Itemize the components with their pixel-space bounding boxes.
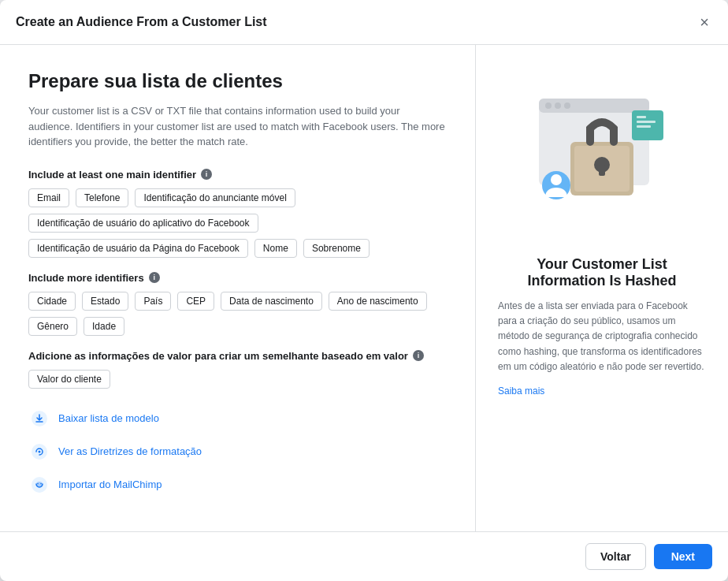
download-link[interactable]: Baixar lista de modelo — [28, 408, 447, 430]
links-section: Baixar lista de modelo Ver as Diretrizes… — [28, 408, 447, 496]
more-identifiers-label: Include more identifiers i — [28, 272, 447, 284]
more-identifiers-tags: Cidade Estado País CEP Data de nasciment… — [28, 292, 447, 336]
svg-point-5 — [37, 482, 39, 484]
tag-id-pagina: Identificação de usuário da Página do Fa… — [28, 239, 248, 258]
svg-rect-19 — [637, 125, 651, 128]
saiba-mais-link[interactable]: Saiba mais — [498, 385, 544, 397]
left-panel: Prepare sua lista de clientes Your custo… — [0, 45, 476, 531]
svg-rect-15 — [599, 165, 605, 176]
hashing-illustration — [515, 83, 689, 225]
tag-cep: CEP — [177, 292, 214, 311]
value-tags: Valor do cliente — [28, 370, 447, 389]
mailchimp-link[interactable]: Importar do MailChimp — [28, 474, 447, 496]
tag-cidade: Cidade — [28, 292, 76, 311]
right-panel: Your Customer List Information Is Hashed… — [476, 45, 728, 531]
right-heading: Your Customer List Information Is Hashed — [498, 256, 706, 289]
svg-point-6 — [40, 482, 42, 484]
tag-id-app: Identificação de usuário do aplicativo d… — [28, 214, 258, 233]
tag-idade: Idade — [84, 317, 124, 336]
svg-rect-18 — [637, 121, 656, 123]
modal-body: Prepare sua lista de clientes Your custo… — [0, 45, 728, 531]
format-icon — [28, 441, 50, 463]
tag-ano-nascimento: Ano de nascimento — [329, 292, 427, 311]
svg-point-21 — [551, 174, 562, 185]
tag-email: Email — [28, 188, 69, 207]
svg-point-9 — [545, 102, 552, 109]
tag-pais: País — [135, 292, 171, 311]
tag-estado: Estado — [82, 292, 128, 311]
download-link-text: Baixar lista de modelo — [58, 412, 159, 424]
download-icon — [28, 408, 50, 430]
tag-telefone: Telefone — [76, 188, 128, 207]
description-text: Your customer list is a CSV or TXT file … — [28, 103, 447, 150]
modal-title: Create an Audience From a Customer List — [16, 15, 267, 29]
main-identifiers-tags: Email Telefone Identificação do anuncian… — [28, 188, 447, 258]
format-link[interactable]: Ver as Diretrizes de formatação — [28, 441, 447, 463]
section-heading: Prepare sua lista de clientes — [28, 70, 447, 92]
tag-sobrenome: Sobrenome — [303, 239, 370, 258]
modal-container: Create an Audience From a Customer List … — [0, 0, 728, 581]
svg-point-11 — [564, 102, 570, 109]
value-info-icon[interactable]: i — [413, 350, 424, 361]
voltar-button[interactable]: Voltar — [585, 543, 646, 570]
svg-rect-17 — [637, 116, 646, 118]
tag-data-nascimento: Data de nascimento — [221, 292, 322, 311]
main-identifiers-label: Include at least one main identifier i — [28, 169, 447, 181]
close-button[interactable]: × — [696, 11, 712, 33]
tag-genero: Gênero — [28, 317, 77, 336]
modal-footer: Voltar Next — [0, 531, 728, 581]
format-link-text: Ver as Diretrizes de formatação — [58, 445, 202, 457]
value-label: Adicione as informações de valor para cr… — [28, 350, 447, 362]
tag-valor-cliente: Valor do cliente — [28, 370, 110, 389]
more-identifiers-info-icon[interactable]: i — [149, 272, 160, 283]
mailchimp-link-text: Importar do MailChimp — [58, 479, 162, 490]
mailchimp-icon — [28, 474, 50, 496]
svg-point-10 — [555, 102, 561, 109]
tag-nome: Nome — [254, 239, 297, 258]
illustration-container — [498, 70, 706, 237]
right-description: Antes de a lista ser enviada para o Face… — [498, 299, 706, 374]
next-button[interactable]: Next — [654, 544, 712, 569]
tag-id-anunciante: Identificação do anunciante móvel — [135, 188, 295, 207]
main-identifiers-info-icon[interactable]: i — [201, 169, 212, 180]
svg-point-2 — [39, 450, 41, 453]
modal-header: Create an Audience From a Customer List … — [0, 0, 728, 45]
